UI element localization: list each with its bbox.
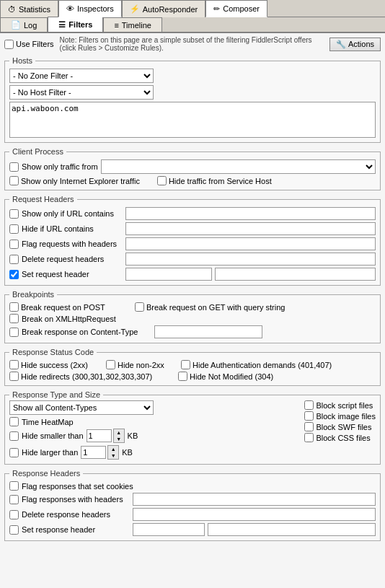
hide-service-host-checkbox[interactable]: [157, 176, 167, 185]
tab-inspectors[interactable]: 👁 Inspectors: [58, 0, 122, 17]
flag-resp-headers-row: Flag responses with headers: [9, 493, 376, 506]
break-get-label: Break request on GET with query string: [146, 303, 285, 312]
hide-larger-checkbox[interactable]: [9, 448, 19, 457]
break-get-checkbox[interactable]: [135, 302, 144, 312]
break-content-type-label: Break response on Content-Type: [22, 328, 151, 336]
hide-smaller-down[interactable]: ▼: [114, 436, 124, 442]
set-header-row: Set request header: [9, 268, 376, 281]
hide-larger-spinner: ▲ ▼: [107, 445, 119, 460]
zone-filter-select[interactable]: - No Zone Filter -: [9, 69, 154, 83]
block-css-checkbox[interactable]: [304, 433, 314, 442]
hide-non2xx-checkbox[interactable]: [106, 360, 115, 369]
hide-smaller-row: Hide smaller than ▲ ▼ KB: [9, 429, 300, 443]
hide-success-checkbox[interactable]: [9, 360, 19, 369]
break-content-type-input[interactable]: [154, 325, 262, 338]
response-status-section: Response Status Code Hide success (2xx) …: [4, 348, 381, 386]
hosts-textarea[interactable]: api.waboon.com: [9, 102, 376, 138]
hide-larger-input[interactable]: [81, 446, 106, 459]
hide-smaller-up[interactable]: ▲: [114, 429, 124, 436]
block-script-checkbox[interactable]: [304, 400, 314, 410]
actions-label: Actions: [348, 40, 374, 48]
hide-success-container: Hide success (2xx): [9, 360, 103, 369]
use-filters-checkbox[interactable]: [4, 40, 14, 49]
hide-url-input[interactable]: [125, 222, 376, 235]
response-type-legend: Response Type and Size: [9, 390, 103, 399]
block-swf-checkbox[interactable]: [304, 422, 314, 431]
set-resp-header-input1[interactable]: [133, 523, 205, 536]
delete-headers-row: Delete request headers: [9, 253, 376, 266]
client-process-section: Client Process Show only traffic from Sh…: [4, 147, 381, 190]
response-status-legend: Response Status Code: [9, 348, 97, 356]
hide-larger-down[interactable]: ▼: [108, 452, 118, 459]
log-icon: 📄: [11, 20, 21, 30]
set-header-input1[interactable]: [125, 268, 212, 281]
delete-resp-headers-checkbox[interactable]: [9, 510, 19, 519]
set-header-checkbox[interactable]: [9, 270, 19, 279]
content-type-row: Show all Content-Types Time HeatMap Hide…: [9, 400, 376, 460]
set-resp-header-row: Set response header: [9, 523, 376, 536]
delete-resp-headers-input[interactable]: [133, 508, 376, 521]
tab-timeline[interactable]: ≡ Timeline: [103, 17, 162, 32]
hide-non2xx-container: Hide non-2xx: [106, 360, 178, 369]
use-filters-label: Use Filters: [16, 40, 54, 48]
hide-not-modified-label: Hide Not Modified (304): [190, 372, 273, 381]
hide-smaller-unit: KB: [128, 431, 138, 440]
flag-cookies-checkbox[interactable]: [9, 481, 19, 491]
url-contains-input[interactable]: [125, 207, 376, 220]
use-filters-container: Use Filters: [4, 40, 54, 49]
hide-smaller-checkbox[interactable]: [9, 431, 19, 441]
flag-headers-input[interactable]: [125, 237, 376, 250]
rts-right: Block script files Block image files Blo…: [304, 400, 376, 460]
hide-auth-checkbox[interactable]: [181, 360, 190, 369]
hide-larger-input-wrap: ▲ ▼: [81, 445, 119, 460]
block-image-checkbox[interactable]: [304, 411, 314, 421]
ie-traffic-checkbox[interactable]: [9, 176, 19, 185]
hide-larger-label: Hide larger than: [22, 448, 78, 457]
break-post-checkbox[interactable]: [9, 302, 19, 312]
show-traffic-from-checkbox[interactable]: [9, 162, 19, 172]
traffic-from-select[interactable]: [101, 159, 376, 174]
set-resp-header-checkbox[interactable]: [9, 525, 19, 535]
break-get-container: Break request on GET with query string: [135, 302, 285, 312]
tab-filters[interactable]: ☰ Filters: [48, 17, 103, 32]
block-script-container: Block script files: [304, 400, 376, 410]
tab-statistics[interactable]: ⏱ Statistics: [0, 0, 58, 17]
hide-not-modified-checkbox[interactable]: [178, 372, 187, 381]
second-tab-bar: 📄 Log ☰ Filters ≡ Timeline: [0, 17, 385, 33]
delete-headers-checkbox[interactable]: [9, 255, 19, 264]
set-resp-header-label: Set response header: [22, 525, 130, 534]
actions-button[interactable]: 🔧 Actions: [329, 38, 381, 51]
flag-resp-headers-input[interactable]: [133, 493, 376, 506]
breakpoints-section: Breakpoints Break request on POST Break …: [4, 290, 381, 343]
hide-larger-up[interactable]: ▲: [108, 446, 118, 452]
tab-timeline-label: Timeline: [122, 21, 151, 30]
delete-headers-input[interactable]: [125, 253, 376, 266]
show-traffic-from-label: Show only traffic from: [22, 162, 98, 171]
set-header-label: Set request header: [22, 270, 123, 278]
break-xhr-checkbox[interactable]: [9, 314, 19, 323]
hide-redirects-checkbox[interactable]: [9, 372, 19, 381]
hide-smaller-input[interactable]: [87, 429, 112, 442]
break-content-type-checkbox[interactable]: [9, 328, 19, 337]
set-resp-header-input2[interactable]: [208, 523, 376, 536]
set-header-input2[interactable]: [215, 268, 376, 281]
flag-resp-headers-checkbox[interactable]: [9, 495, 19, 504]
filter-header: Use Filters Note: Filters on this page a…: [4, 36, 381, 52]
tab-autoresponder[interactable]: ⚡ AutoResponder: [122, 0, 205, 17]
tab-composer[interactable]: ✏ Composer: [205, 0, 267, 17]
block-swf-label: Block SWF files: [316, 423, 371, 431]
content-type-select[interactable]: Show all Content-Types: [9, 400, 154, 415]
url-contains-checkbox[interactable]: [9, 209, 19, 219]
host-filter-select[interactable]: - No Host Filter -: [9, 85, 154, 100]
hide-url-label: Hide if URL contains: [22, 224, 123, 233]
tab-log[interactable]: 📄 Log: [0, 17, 48, 32]
flag-headers-checkbox[interactable]: [9, 240, 19, 249]
hosts-textarea-row: api.waboon.com: [9, 102, 376, 138]
inspectors-icon: 👁: [66, 4, 74, 13]
flag-headers-row: Flag requests with headers: [9, 237, 376, 250]
hide-service-host-container: Hide traffic from Service Host: [157, 176, 272, 185]
time-heatmap-checkbox[interactable]: [9, 417, 19, 426]
host-filter-row: - No Host Filter -: [9, 85, 376, 100]
hide-url-checkbox[interactable]: [9, 224, 19, 234]
block-css-label: Block CSS files: [316, 434, 370, 442]
